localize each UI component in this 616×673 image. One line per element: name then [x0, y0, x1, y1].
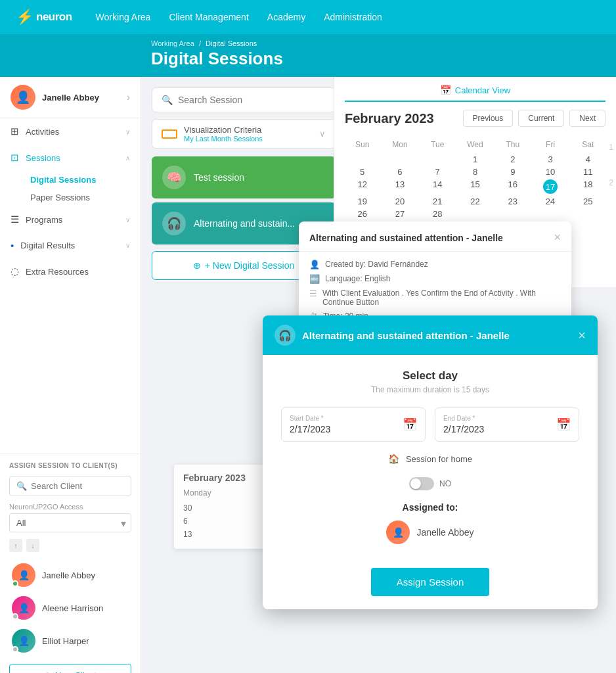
- sidebar-user[interactable]: 👤 Janelle Abbey ›: [0, 77, 141, 118]
- calendar-month: February 2023: [345, 111, 458, 126]
- chevron-down-icon: ∨: [125, 242, 130, 249]
- assign-modal-body: Select day The maximum duration is 15 da…: [263, 355, 598, 559]
- sidebar-item-sessions[interactable]: ⊡ Sessions ∧: [0, 145, 141, 171]
- search-client-input[interactable]: [31, 481, 124, 491]
- sort-desc-icon[interactable]: ↓: [26, 539, 39, 552]
- calendar-grid: SunMonTueWedThuFriSat 1234 567891011 121…: [345, 135, 605, 224]
- info-line-2: 🔤 Language: English: [309, 274, 561, 284]
- filter-select[interactable]: All Yes No: [9, 513, 131, 532]
- viz-criteria[interactable]: Visualization Criteria My Last Month Ses…: [152, 119, 336, 149]
- sessions-icon: ⊡: [11, 152, 19, 164]
- sidebar-item-activities[interactable]: ⊞ Activities ∨: [0, 118, 141, 145]
- chevron-down-icon: ∨: [125, 128, 130, 135]
- sidebar-sub-digital-sessions[interactable]: Digital Sessions: [0, 171, 141, 189]
- search-session-input[interactable]: [178, 95, 326, 105]
- sidebar-item-digital-results[interactable]: • Digital Results ∨: [0, 233, 141, 258]
- assigned-user: 👤 Janelle Abbey: [281, 521, 579, 544]
- start-date-field[interactable]: Start Date * 2/17/2023 📅: [281, 407, 426, 442]
- avatar: 👤: [11, 85, 35, 110]
- session-icon: 🧠: [162, 166, 186, 189]
- close-icon[interactable]: ×: [554, 231, 561, 244]
- sidebar-item-label: Programs: [26, 215, 119, 225]
- end-date-value: 2/17/2023: [443, 424, 484, 434]
- calendar-icon: 📅: [556, 417, 571, 432]
- programs-icon: ☰: [11, 214, 19, 225]
- sort-asc-icon[interactable]: ↑: [9, 539, 22, 552]
- assign-modal-header: 🎧 Alternating and sustained attention - …: [263, 315, 598, 355]
- list-item[interactable]: 👤 Elliot Harper: [9, 624, 131, 657]
- select-day-title: Select day: [281, 369, 579, 383]
- sidebar-sub-paper-sessions[interactable]: Paper Sessions: [0, 189, 141, 206]
- session-item-test[interactable]: 🧠 Test session: [152, 156, 336, 198]
- search-icon: 🔍: [162, 95, 173, 105]
- calendar-view-tab[interactable]: 📅 Calendar View: [345, 85, 605, 102]
- client-list: 👤 Janelle Abbey 👤 Aleene Harrison: [9, 559, 131, 657]
- assign-section-title: ASSIGN SESSION TO CLIENT(S): [9, 462, 131, 469]
- nav-working-area[interactable]: Working Area: [96, 12, 151, 22]
- calendar-nav: February 2023 Previous Current Next: [345, 110, 605, 127]
- home-icon: 🏠: [388, 453, 399, 464]
- toggle-label: NO: [439, 479, 451, 488]
- evaluation-icon: ☰: [309, 289, 317, 298]
- viz-text: Visualization Criteria My Last Month Ses…: [184, 125, 319, 143]
- end-date-label: End Date *: [443, 415, 484, 422]
- sidebar-item-label: Activities: [26, 127, 119, 137]
- assign-session-button[interactable]: Assign Session: [371, 568, 489, 596]
- filter-wrapper: All Yes No ▾: [9, 513, 131, 532]
- current-button[interactable]: Current: [518, 110, 564, 127]
- viz-sub: My Last Month Sessions: [184, 135, 319, 143]
- list-item[interactable]: 👤 Aleene Harrison: [9, 592, 131, 624]
- nav-client-management[interactable]: Client Management: [169, 12, 248, 22]
- avatar: 👤: [12, 629, 35, 653]
- close-icon[interactable]: ×: [578, 328, 586, 343]
- search-icon: 🔍: [16, 481, 27, 491]
- chevron-up-icon: ∧: [125, 154, 130, 162]
- sidebar-item-label: Digital Results: [20, 241, 119, 250]
- chevron-right-icon: ›: [127, 92, 130, 103]
- select-day-sub: The maximum duration is 15 days: [281, 385, 579, 394]
- client-name: Elliot Harper: [42, 636, 89, 646]
- toggle[interactable]: [409, 477, 434, 490]
- sidebar-item-label: Extra Resources: [26, 267, 130, 277]
- assigned-avatar: 👤: [386, 521, 410, 544]
- viz-icon: [162, 129, 177, 139]
- nav-administration[interactable]: Administration: [324, 12, 382, 22]
- popup-card-header: Alternating and sustained attention - Ja…: [299, 221, 571, 252]
- modal-footer: Assign Session: [263, 559, 598, 609]
- status-dot: [12, 646, 18, 653]
- sidebar-item-extra-resources[interactable]: ◌ Extra Resources: [0, 258, 141, 285]
- chevron-down-icon: ∨: [319, 129, 326, 139]
- sidebar-item-label: Sessions: [26, 153, 119, 163]
- plus-icon: ⊕: [193, 260, 201, 271]
- status-dot: [12, 613, 18, 620]
- session-home-row: 🏠 Session for home: [281, 453, 579, 464]
- next-button[interactable]: Next: [569, 110, 605, 127]
- info-line-3: ☰ With Client Evaluation . Yes Confirm t…: [309, 289, 561, 307]
- activities-icon: ⊞: [11, 126, 19, 137]
- session-name: Test session: [194, 172, 244, 183]
- digital-results-icon: •: [11, 240, 14, 251]
- date-row: Start Date * 2/17/2023 📅 End Date * 2/17…: [281, 407, 579, 442]
- plus-icon: ⊕: [44, 670, 51, 673]
- info-line-1: 👤 Created by: David Fernández: [309, 260, 561, 269]
- status-dot: [12, 580, 18, 587]
- client-name: Aleene Harrison: [42, 603, 103, 613]
- viz-title: Visualization Criteria: [184, 125, 319, 135]
- sidebar-item-programs[interactable]: ☰ Programs ∨: [0, 206, 141, 233]
- session-home-label: Session for home: [406, 454, 472, 464]
- new-client-button[interactable]: ⊕ New Client: [9, 664, 131, 673]
- logo-icon: ⚡: [16, 9, 33, 26]
- start-date-value: 2/17/2023: [290, 424, 330, 434]
- toggle-thumb: [410, 478, 421, 489]
- language-icon: 🔤: [309, 274, 320, 284]
- nav-academy[interactable]: Academy: [267, 12, 305, 22]
- end-date-field[interactable]: End Date * 2/17/2023 📅: [435, 407, 579, 442]
- previous-button[interactable]: Previous: [463, 110, 514, 127]
- popup-card-title: Alternating and sustained attention - Ja…: [309, 233, 503, 243]
- session-name: Alternating and sustain...: [194, 218, 295, 229]
- sidebar: 👤 Janelle Abbey › ⊞ Activities ∨ ⊡ Sessi…: [0, 77, 141, 673]
- list-item[interactable]: 👤 Janelle Abbey: [9, 559, 131, 592]
- avatar: 👤: [12, 596, 35, 620]
- assign-modal: 🎧 Alternating and sustained attention - …: [263, 315, 598, 609]
- chevron-down-icon: ∨: [125, 216, 130, 223]
